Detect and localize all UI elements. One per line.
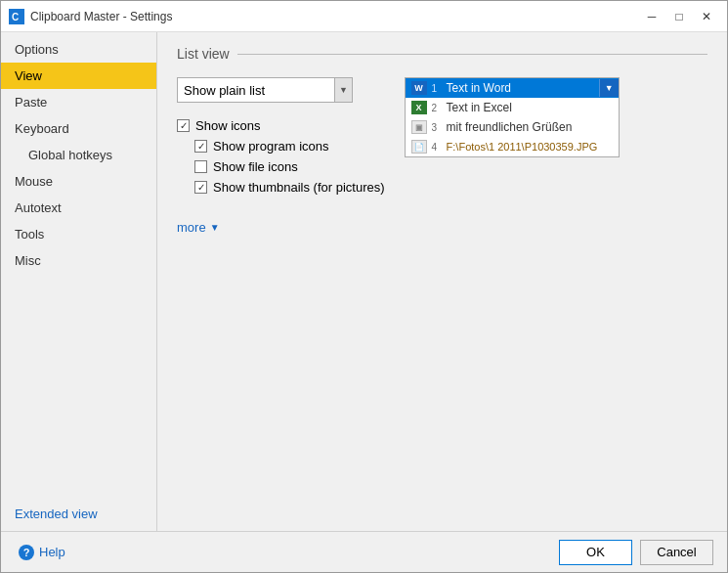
show-program-icons-label: Show program icons xyxy=(213,139,329,154)
preview-item-word: W 1 Text in Word xyxy=(406,78,599,98)
window-title: Clipboard Master - Settings xyxy=(30,10,639,23)
cancel-button[interactable]: Cancel xyxy=(640,540,713,565)
preview-excel-label: Text in Excel xyxy=(447,101,512,114)
left-controls: Show plain list ▼ Show icons Show progra… xyxy=(177,77,385,200)
preview-box: W 1 Text in Word ▼ X 2 Text in Excel ▣ 3 xyxy=(405,77,620,157)
sidebar-bottom: Extended view xyxy=(1,499,156,531)
show-thumbnails-label: Show thumbnails (for pictures) xyxy=(213,180,385,195)
help-link[interactable]: Help xyxy=(39,545,65,559)
word-icon: W xyxy=(411,81,427,95)
show-icons-checkbox[interactable] xyxy=(177,119,190,132)
preview-item-excel: X 2 Text in Excel xyxy=(406,98,619,117)
minimize-button[interactable]: ─ xyxy=(639,7,664,26)
footer: ? Help OK Cancel xyxy=(1,531,727,572)
show-icons-row: Show icons xyxy=(177,118,385,133)
sidebar-item-options[interactable]: Options xyxy=(1,36,156,63)
dropdown-arrow-icon: ▼ xyxy=(334,78,352,102)
file-icon: 📄 xyxy=(411,140,427,154)
show-thumbnails-row: Show thumbnails (for pictures) xyxy=(194,180,385,195)
text-icon: ▣ xyxy=(411,120,427,134)
sidebar-item-misc[interactable]: Misc xyxy=(1,247,156,274)
preview-file-label: F:\Fotos\1 2011\P1030359.JPG xyxy=(447,141,598,153)
preview-text-label: mit freundlichen Grüßen xyxy=(447,120,573,134)
app-icon: C xyxy=(9,9,24,24)
more-arrow-icon: ▼ xyxy=(210,222,220,233)
top-row: Show plain list ▼ Show icons Show progra… xyxy=(177,77,707,200)
sidebar-item-tools[interactable]: Tools xyxy=(1,221,156,247)
preview-selected-row: W 1 Text in Word ▼ xyxy=(406,78,619,98)
extended-view-link[interactable]: Extended view xyxy=(15,507,98,521)
main-panel: List view Show plain list ▼ Show icons xyxy=(157,32,727,531)
show-program-icons-row: Show program icons xyxy=(194,139,385,154)
window-controls: ─ □ ✕ xyxy=(639,7,719,26)
title-bar: C Clipboard Master - Settings ─ □ ✕ xyxy=(1,1,727,32)
sidebar-item-view[interactable]: View xyxy=(1,63,156,89)
show-file-icons-row: Show file icons xyxy=(194,159,385,174)
list-view-dropdown[interactable]: Show plain list ▼ xyxy=(177,77,353,103)
checkboxes-section: Show icons Show program icons Show file … xyxy=(177,118,385,200)
content-area: Options View Paste Keyboard Global hotke… xyxy=(1,32,727,531)
show-file-icons-checkbox[interactable] xyxy=(194,160,207,173)
help-icon: ? xyxy=(19,545,34,560)
sidebar: Options View Paste Keyboard Global hotke… xyxy=(1,32,157,531)
maximize-button[interactable]: □ xyxy=(666,7,692,26)
sidebar-item-paste[interactable]: Paste xyxy=(1,89,156,115)
show-icons-label: Show icons xyxy=(195,118,260,133)
footer-left: ? Help xyxy=(15,545,551,560)
preview-item-text: ▣ 3 mit freundlichen Grüßen xyxy=(406,117,619,137)
main-window: C Clipboard Master - Settings ─ □ ✕ Opti… xyxy=(0,0,728,573)
sidebar-item-autotext[interactable]: Autotext xyxy=(1,195,156,221)
close-button[interactable]: ✕ xyxy=(694,7,719,26)
excel-icon: X xyxy=(411,101,427,114)
ok-button[interactable]: OK xyxy=(559,540,632,565)
svg-text:C: C xyxy=(12,12,19,22)
section-title: List view xyxy=(177,46,707,62)
more-link[interactable]: more ▼ xyxy=(177,220,707,235)
sidebar-item-global-hotkeys[interactable]: Global hotkeys xyxy=(1,142,156,168)
show-file-icons-label: Show file icons xyxy=(213,159,298,174)
preview-word-label: Text in Word xyxy=(447,81,511,95)
preview-dropdown-icon[interactable]: ▼ xyxy=(599,79,619,97)
sidebar-item-mouse[interactable]: Mouse xyxy=(1,168,156,195)
show-program-icons-checkbox[interactable] xyxy=(194,140,207,153)
preview-item-file: 📄 4 F:\Fotos\1 2011\P1030359.JPG xyxy=(406,137,619,156)
sidebar-item-keyboard[interactable]: Keyboard xyxy=(1,115,156,142)
show-thumbnails-checkbox[interactable] xyxy=(194,181,207,194)
